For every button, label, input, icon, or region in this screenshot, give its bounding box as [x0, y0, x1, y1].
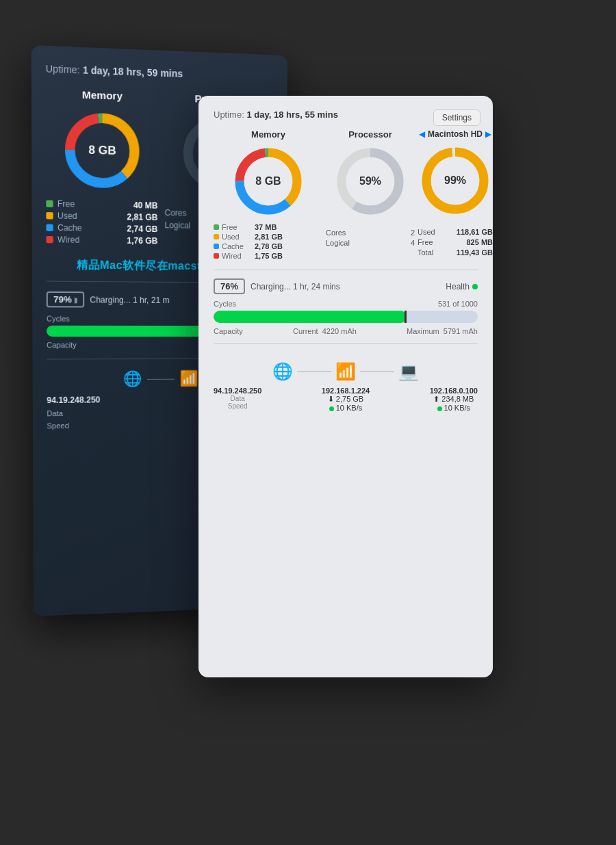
- dark-memory-title: Memory: [46, 87, 158, 103]
- light-free-val: 37 MB: [255, 223, 277, 231]
- light-disk-used-value: 118,61 GB: [457, 228, 493, 236]
- speed-dot1: [329, 406, 334, 411]
- light-current-label: Current: [293, 327, 318, 335]
- light-speed-val: 10 KB/s: [336, 404, 363, 412]
- light-router-ip: 192.168.1.224: [322, 387, 370, 395]
- speed-dot2: [437, 406, 442, 411]
- light-panel: Uptime: 1 day, 18 hrs, 55 mins Settings …: [198, 96, 493, 677]
- light-local-col: 192.168.0.100 ⬆ 234,8 MB 10 KB/s: [430, 387, 478, 412]
- light-battery-row: 76% Charging... 1 hr, 24 mins Health: [214, 278, 478, 294]
- light-net-line2: [360, 372, 394, 372]
- light-local-ip: 192.168.0.100: [430, 387, 478, 395]
- light-uptime-value: 1 day, 18 hrs, 55 mins: [246, 109, 337, 120]
- dark-capacity-label: Capacity: [47, 341, 77, 349]
- light-processor-title: Processor: [326, 129, 415, 140]
- dark-speed-label: Speed: [47, 421, 68, 430]
- dark-cache-val: 2,74 GB: [127, 224, 157, 234]
- disk-nav: ◀ Macintosh HD ▶: [418, 129, 493, 139]
- light-router-col: 192.168.1.224 ⬇ 2,75 GB 10 KB/s: [322, 387, 370, 412]
- light-disk-data: Used118,61 GB Free825 MB Total119,43 GB: [418, 222, 493, 257]
- light-cpu-center: 59%: [359, 175, 381, 187]
- light-cores-value: 2: [411, 229, 415, 237]
- light-cycles-value: 531 of 1000: [438, 300, 478, 308]
- light-disk-total-label: Total: [418, 248, 433, 257]
- light-memory-section: Memory 8 GB Free37 MB Used2,81 GB Cache2…: [214, 129, 323, 261]
- light-data-value: 2,75 GB: [336, 395, 363, 403]
- health-dot: [472, 284, 478, 289]
- divider2: [214, 343, 478, 344]
- dark-wired-val: 1,76 GB: [127, 236, 157, 246]
- light-capacity-row: Capacity Current 4220 mAh Maximum 5791 m…: [214, 327, 478, 335]
- light-disk-used-label: Used: [418, 228, 435, 236]
- dark-data-label: Data: [47, 409, 63, 417]
- light-disk-donut: 99%: [418, 143, 493, 218]
- light-battery-pct: 76%: [214, 278, 245, 294]
- light-net-speed-label: Speed: [214, 402, 261, 410]
- light-cores-section: Cores2 Logical4: [326, 223, 415, 247]
- disk-nav-right[interactable]: ▶: [485, 129, 491, 139]
- dark-memory-legend: Free40 MB Used2,81 GB Cache2,74 GB Wired…: [46, 198, 157, 246]
- light-top-row: Memory 8 GB Free37 MB Used2,81 GB Cache2…: [214, 129, 478, 261]
- light-battery-section: 76% Charging... 1 hr, 24 mins Health Cyc…: [214, 278, 478, 335]
- dark-memory-donut: 8 GB: [60, 107, 144, 194]
- disk-nav-left[interactable]: ◀: [419, 129, 425, 139]
- dark-router-icon: 📶: [180, 370, 198, 388]
- light-battery-status: Charging... 1 hr, 24 mins: [251, 282, 440, 291]
- light-upload-value: 234,8 MB: [441, 395, 474, 403]
- light-disk-free-value: 825 MB: [466, 238, 493, 246]
- light-logical-value: 4: [411, 239, 415, 247]
- light-computer-icon: 💻: [398, 362, 419, 381]
- dark-uptime-value: 1 day, 18 hrs, 59 mins: [83, 64, 183, 79]
- light-current-value: 4220 mAh: [322, 327, 357, 335]
- dark-progress-fill: [47, 326, 212, 337]
- health-indicator: Health: [446, 282, 478, 291]
- light-processor-donut: 59%: [333, 144, 408, 219]
- dark-cycles-label: Cycles: [47, 314, 70, 322]
- light-router-icon: 📶: [335, 362, 356, 381]
- light-memory-center: 8 GB: [255, 175, 281, 187]
- light-max-value: 5791 mAh: [444, 327, 478, 335]
- light-network-icons: 🌐 📶 💻: [214, 362, 478, 381]
- dark-net-line1: [147, 378, 175, 379]
- dark-free-val: 40 MB: [133, 200, 158, 211]
- disk-title: Macintosh HD: [428, 129, 483, 139]
- light-wired-val: 1,75 GB: [255, 252, 283, 260]
- light-progress-fill: [214, 311, 407, 323]
- dark-memory-section: Memory 8 GB Free40 MB Used2: [46, 87, 158, 248]
- light-network-data: 94.19.248.250 Data Speed 192.168.1.224 ⬇…: [214, 387, 478, 412]
- dark-battery-status: Charging... 1 hr, 21 m: [90, 295, 169, 305]
- light-disk-total-value: 119,43 GB: [457, 248, 493, 257]
- light-external-col: 94.19.248.250 Data Speed: [214, 387, 261, 412]
- light-progress-marker: [405, 311, 407, 323]
- dark-data-row: Data: [47, 408, 100, 417]
- light-network-section: 🌐 📶 💻 94.19.248.250 Data Speed 192.168.1…: [214, 352, 478, 412]
- light-cycles-label: Cycles: [214, 300, 236, 308]
- light-external-ip: 94.19.248.250: [214, 387, 261, 395]
- light-max-label: Maximum: [407, 327, 439, 335]
- light-processor-section: Processor 59% Cores2 Logical4: [326, 129, 415, 249]
- light-progress-track: [214, 311, 478, 323]
- light-speed-val2: 10 KB/s: [444, 404, 471, 412]
- light-used-val: 2,81 GB: [255, 233, 283, 241]
- dark-external-ip: 94.19.248.250: [47, 395, 100, 405]
- light-disk-section: ◀ Macintosh HD ▶ 99% Used118,61 GB Free8…: [418, 129, 493, 259]
- light-logical-label: Logical: [326, 239, 350, 247]
- light-globe-icon: 🌐: [272, 362, 293, 381]
- light-memory-title: Memory: [214, 129, 323, 140]
- settings-button[interactable]: Settings: [433, 109, 480, 126]
- light-cache-val: 2,78 GB: [255, 242, 283, 250]
- light-uptime-label: Uptime:: [214, 109, 244, 120]
- light-capacity-label: Capacity: [214, 327, 243, 335]
- light-disk-center: 99%: [444, 174, 466, 187]
- dark-uptime-label: Uptime:: [46, 63, 80, 76]
- dark-memory-center: 8 GB: [88, 143, 116, 158]
- dark-uptime: Uptime: 1 day, 18 hrs, 59 mins: [46, 63, 274, 83]
- light-cycles-row: Cycles 531 of 1000: [214, 300, 478, 308]
- divider1: [214, 270, 478, 270]
- light-disk-free-label: Free: [418, 238, 433, 246]
- light-memory-legend: Free37 MB Used2,81 GB Cache2,78 GB Wired…: [214, 223, 323, 260]
- dark-speed-row: Speed: [47, 421, 100, 430]
- light-net-data-label: Data: [214, 395, 261, 402]
- light-cores-label: Cores: [326, 229, 346, 237]
- dark-used-val: 2,81 GB: [127, 212, 157, 222]
